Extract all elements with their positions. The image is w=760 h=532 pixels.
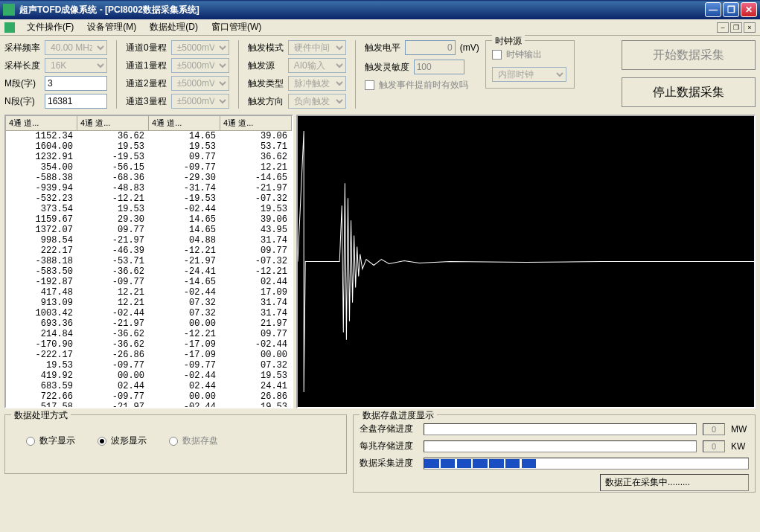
table-cell: -09.77 [77,391,149,402]
table-row[interactable]: -939.94-48.83-31.74-21.97 [6,183,292,193]
table-cell: 36.62 [220,152,292,162]
clock-legend: 时钟源 [492,35,525,48]
table-cell: -02.44 [149,402,220,408]
table-cell: -19.53 [77,152,149,162]
radio-save[interactable]: 数据存盘 [169,435,218,447]
maximize-button[interactable]: ❐ [723,2,739,17]
table-cell: -17.09 [149,339,220,350]
table-cell: -21.97 [77,235,149,246]
ch1-select[interactable]: ±5000mV [171,58,229,73]
nseg-input[interactable] [45,94,107,109]
table-row[interactable]: -222.17-26.86-17.0900.00 [6,350,292,360]
table-row[interactable]: -588.38-68.36-29.30-14.65 [6,173,292,183]
table-cell: -36.62 [77,339,149,350]
menu-file[interactable]: 文件操作(F) [21,19,80,35]
trig-src-select[interactable]: AI0输入 [288,58,346,73]
col-header-3[interactable]: 4通 道... [220,116,292,130]
title-bar: 超声TOFD成像系统 - [PCI8002数据采集系统] — ❐ ✕ [0,0,760,19]
prog-mb-bar [424,440,697,452]
table-row[interactable]: 913.0912.2107.3231.74 [6,298,292,308]
col-header-1[interactable]: 4通 道... [77,116,149,130]
table-cell: 00.00 [149,391,220,402]
table-row[interactable]: -170.90-36.62-17.09-02.44 [6,339,292,350]
table-cell: -12.21 [149,246,220,256]
processing-legend: 数据处理方式 [11,409,71,422]
table-row[interactable]: 222.17-46.39-12.2109.77 [6,246,292,256]
table-row[interactable]: 214.84-36.62-12.2109.77 [6,329,292,339]
table-cell: 09.77 [220,329,292,339]
table-body[interactable]: 1152.3436.6214.6539.061604.0019.5319.535… [6,131,292,408]
table-row[interactable]: 1232.91-19.5309.7736.62 [6,152,292,162]
table-row[interactable]: -583.50-36.62-24.41-12.21 [6,266,292,277]
table-row[interactable]: 417.4812.21-02.4417.09 [6,287,292,298]
clock-internal-select[interactable]: 内部时钟 [492,67,566,82]
table-row[interactable]: 1003.42-02.4407.3231.74 [6,308,292,318]
table-cell: 419.92 [6,371,77,381]
table-cell: 1003.42 [6,308,77,318]
mdi-restore[interactable]: ❐ [730,22,742,33]
prog-mb-label: 每兆存储进度 [360,440,418,452]
table-row[interactable]: -388.18-53.71-21.97-07.32 [6,256,292,266]
prog-acq-bar [424,458,749,469]
table-cell: -26.86 [77,350,149,360]
table-row[interactable]: 19.53-09.77-09.7707.32 [6,360,292,371]
table-row[interactable]: 1159.6729.3014.6539.06 [6,214,292,225]
mseg-label: M段(字) [4,77,40,90]
prog-acq-label: 数据采集进度 [360,457,418,469]
trig-level-input[interactable] [405,40,456,55]
table-cell: 39.06 [220,131,292,141]
trig-mode-select[interactable]: 硬件中间 [288,40,346,55]
table-row[interactable]: -532.23-12.21-19.53-07.32 [6,193,292,204]
trig-dir-select[interactable]: 负向触发 [288,94,346,109]
prog-total-bar [424,423,697,435]
table-cell: 722.66 [6,391,77,402]
table-cell: -36.62 [77,266,149,277]
menu-device[interactable]: 设备管理(M) [81,19,142,35]
table-cell: 07.32 [220,360,292,371]
table-cell: -14.65 [220,173,292,183]
trig-type-select[interactable]: 脉冲触发 [288,76,346,91]
table-cell: 19.53 [6,360,77,371]
col-header-2[interactable]: 4通 道... [149,116,220,130]
minimize-button[interactable]: — [705,2,721,17]
col-header-0[interactable]: 4通 道... [6,116,77,130]
ch3-select[interactable]: ±5000mV [171,94,229,109]
close-button[interactable]: ✕ [741,2,757,17]
table-cell: -12.21 [149,329,220,339]
menu-window[interactable]: 窗口管理(W) [205,19,267,35]
table-row[interactable]: 1152.3436.6214.6539.06 [6,131,292,141]
table-row[interactable]: 354.00-56.15-09.7712.21 [6,162,292,173]
table-row[interactable]: 517.58-21.97-02.4419.53 [6,402,292,408]
table-row[interactable]: 683.5902.4402.4424.41 [6,381,292,391]
sample-len-select[interactable]: 16K [45,58,107,73]
stop-acquire-button[interactable]: 停止数据采集 [622,77,756,107]
table-cell: 04.88 [149,235,220,246]
table-row[interactable]: 693.36-21.9700.0021.97 [6,318,292,329]
sample-rate-select[interactable]: 40.00 MHz [45,40,107,55]
sample-rate-label: 采样频率 [4,42,40,54]
table-cell: 998.54 [6,235,77,246]
table-cell: 214.84 [6,329,77,339]
table-cell: 36.62 [77,131,149,141]
table-row[interactable]: 419.9200.00-02.4419.53 [6,371,292,381]
ch0-select[interactable]: ±5000mV [171,40,229,55]
table-row[interactable]: -192.87-09.77-14.6502.44 [6,277,292,287]
mdi-minimize[interactable]: – [717,22,729,33]
trig-pre-checkbox[interactable] [365,80,374,90]
mseg-input[interactable] [45,76,107,91]
table-cell: -21.97 [77,318,149,329]
radio-digital[interactable]: 数字显示 [26,435,75,447]
trig-sens-input[interactable] [414,60,464,74]
table-row[interactable]: 1604.0019.5319.5353.71 [6,141,292,152]
menu-data[interactable]: 数据处理(D) [144,19,204,35]
table-row[interactable]: 998.54-21.9704.8831.74 [6,235,292,246]
table-row[interactable]: 1372.0709.7714.6543.95 [6,225,292,235]
clock-ext-checkbox[interactable] [492,50,502,60]
table-row[interactable]: 722.66-09.7700.0026.86 [6,391,292,402]
start-acquire-button[interactable]: 开始数据采集 [622,40,756,70]
ch2-select[interactable]: ±5000mV [171,76,229,91]
radio-waveform[interactable]: 波形显示 [98,435,147,447]
trig-pre-label: 触发事件提前时有效吗 [379,79,468,92]
mdi-close[interactable]: × [744,22,756,33]
table-row[interactable]: 373.5419.53-02.4419.53 [6,204,292,214]
